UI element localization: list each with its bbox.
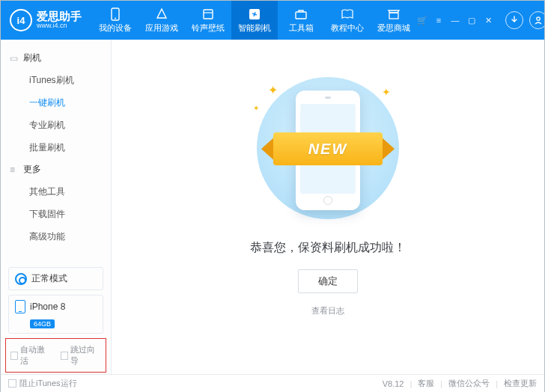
sparkle-icon: ✦	[253, 104, 259, 112]
tab-apps[interactable]: 应用游戏	[138, 1, 185, 40]
download-button[interactable]	[505, 11, 523, 29]
post-flash-options: 自动激活 跳过向导	[5, 338, 106, 373]
minimize-button[interactable]: —	[450, 16, 460, 25]
sidebar: ▭ 刷机 iTunes刷机 一键刷机 专业刷机 批量刷机 ≡ 更多 其他工具 下…	[1, 40, 112, 374]
svg-rect-5	[389, 13, 398, 19]
ribbon-text: NEW	[273, 132, 383, 165]
sidebar-group-flash[interactable]: ▭ 刷机	[1, 47, 111, 69]
sidebar-item-other-tools[interactable]: 其他工具	[1, 180, 111, 203]
check-update-link[interactable]: 检查更新	[504, 378, 537, 389]
tab-ring-wall[interactable]: 铃声壁纸	[185, 1, 231, 40]
tab-store[interactable]: 爱思商城	[371, 1, 417, 40]
auto-activate-label: 自动激活	[20, 344, 51, 367]
cart-icon[interactable]: 🛒	[417, 16, 427, 25]
store-icon	[386, 7, 401, 21]
tab-label: 铃声壁纸	[192, 22, 225, 34]
logo-icon: i4	[10, 9, 32, 31]
device-indicator[interactable]: iPhone 8 64GB	[8, 295, 103, 334]
brand: i4 爱思助手 www.i4.cn	[10, 9, 92, 31]
body: ▭ 刷机 iTunes刷机 一键刷机 专业刷机 批量刷机 ≡ 更多 其他工具 下…	[1, 40, 544, 374]
tab-label: 爱思商城	[377, 22, 410, 34]
app-window: i4 爱思助手 www.i4.cn 我的设备 应用游戏 铃声壁纸 智能刷机	[0, 0, 545, 392]
success-illustration: ✦ ✦ ✦ NEW	[246, 70, 410, 227]
block-itunes-label: 阻止iTunes运行	[19, 378, 77, 389]
close-button[interactable]: ✕	[483, 16, 493, 25]
sparkle-icon: ✦	[268, 83, 278, 97]
tab-my-device[interactable]: 我的设备	[92, 1, 138, 40]
svg-point-6	[537, 17, 540, 20]
sidebar-item-pro-flash[interactable]: 专业刷机	[1, 114, 111, 136]
sidebar-group-more[interactable]: ≡ 更多	[1, 159, 111, 180]
window-controls: 🛒 ≡ — ▢ ✕	[417, 16, 493, 25]
sidebar-group-title: 刷机	[23, 52, 41, 64]
tab-label: 应用游戏	[145, 22, 178, 34]
wechat-link[interactable]: 微信公众号	[448, 378, 490, 389]
ok-button[interactable]: 确定	[298, 269, 358, 293]
tab-toolbox[interactable]: 工具箱	[278, 1, 324, 40]
svg-point-1	[115, 17, 116, 19]
checkbox-icon	[10, 352, 18, 360]
sidebar-bottom: 正常模式 iPhone 8 64GB 自动激活 跳过向导	[1, 263, 111, 374]
sidebar-item-batch-flash[interactable]: 批量刷机	[1, 136, 111, 159]
svg-rect-2	[204, 10, 213, 19]
sidebar-item-download-fw[interactable]: 下载固件	[1, 203, 111, 225]
phone-outline-icon: ▭	[10, 53, 19, 64]
ringtone-icon	[201, 7, 216, 21]
sidebar-group-title: 更多	[23, 163, 41, 176]
book-icon	[340, 7, 355, 21]
sidebar-scroll: ▭ 刷机 iTunes刷机 一键刷机 专业刷机 批量刷机 ≡ 更多 其他工具 下…	[1, 40, 111, 254]
tab-label: 我的设备	[99, 22, 132, 34]
brand-name: 爱思助手	[37, 10, 82, 23]
footer-bar: 阻止iTunes运行 V8.12 | 客服 | 微信公众号 | 检查更新	[1, 374, 544, 392]
svg-rect-4	[296, 12, 306, 19]
header-right: 🛒 ≡ — ▢ ✕	[417, 11, 545, 29]
device-phone-icon	[15, 300, 25, 313]
sidebar-item-itunes-flash[interactable]: iTunes刷机	[1, 69, 111, 91]
mode-icon	[15, 273, 27, 285]
user-button[interactable]	[529, 11, 545, 29]
tab-tutorials[interactable]: 教程中心	[324, 1, 371, 40]
mode-label: 正常模式	[31, 272, 67, 285]
tab-label: 工具箱	[289, 22, 314, 34]
header-tabs: 我的设备 应用游戏 铃声壁纸 智能刷机 工具箱 教程中心	[92, 1, 417, 40]
skip-guide-checkbox[interactable]: 跳过向导	[61, 344, 102, 367]
view-log-link[interactable]: 查看日志	[311, 305, 344, 316]
apps-icon	[154, 7, 169, 21]
tab-label: 智能刷机	[238, 22, 271, 34]
main-panel: ✦ ✦ ✦ NEW 恭喜您，保资料刷机成功啦！ 确定 查看日志	[112, 40, 544, 374]
checkbox-icon	[8, 379, 16, 388]
version-label: V8.12	[383, 379, 404, 388]
sidebar-item-advanced[interactable]: 高级功能	[1, 225, 111, 248]
brand-site: www.i4.cn	[37, 22, 82, 30]
mode-indicator[interactable]: 正常模式	[8, 267, 103, 290]
success-message: 恭喜您，保资料刷机成功啦！	[250, 240, 406, 256]
flash-icon	[247, 7, 262, 21]
brand-text: 爱思助手 www.i4.cn	[37, 10, 82, 30]
device-name: iPhone 8	[30, 301, 65, 312]
sidebar-item-oneclick-flash[interactable]: 一键刷机	[1, 91, 111, 114]
toolbox-icon	[293, 7, 308, 21]
list-icon: ≡	[10, 165, 19, 175]
tab-smart-flash[interactable]: 智能刷机	[231, 1, 278, 40]
checkbox-icon	[61, 352, 68, 360]
device-icon	[108, 7, 123, 21]
block-itunes-checkbox[interactable]: 阻止iTunes运行	[8, 378, 77, 389]
skip-guide-label: 跳过向导	[70, 344, 101, 367]
header-bar: i4 爱思助手 www.i4.cn 我的设备 应用游戏 铃声壁纸 智能刷机	[1, 1, 544, 40]
support-link[interactable]: 客服	[418, 378, 434, 389]
auto-activate-checkbox[interactable]: 自动激活	[10, 344, 52, 367]
tab-label: 教程中心	[331, 22, 364, 34]
footer-right: V8.12 | 客服 | 微信公众号 | 检查更新	[383, 378, 537, 389]
sparkle-icon: ✦	[382, 86, 391, 98]
device-capacity-badge: 64GB	[30, 319, 55, 328]
maximize-button[interactable]: ▢	[466, 16, 477, 25]
menu-icon[interactable]: ≡	[433, 16, 444, 25]
new-ribbon: NEW	[257, 128, 399, 170]
